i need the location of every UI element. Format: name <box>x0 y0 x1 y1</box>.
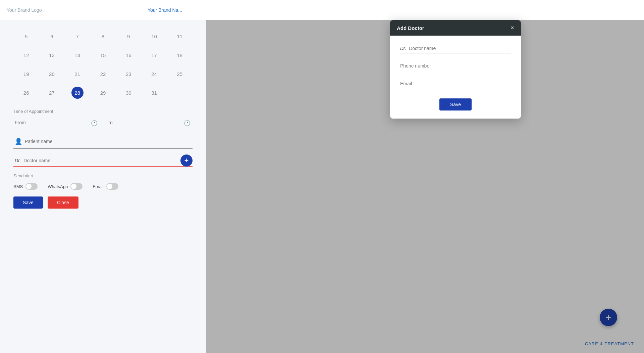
to-field: 🕐 <box>106 117 193 128</box>
time-row: 🕐 🕐 <box>13 117 193 128</box>
calendar-day[interactable]: 8 <box>90 27 116 46</box>
calendar-day[interactable]: 14 <box>65 46 90 64</box>
calendar-day[interactable]: 31 <box>141 83 167 102</box>
clock-icon-from: 🕐 <box>91 120 98 126</box>
calendar-day[interactable]: 11 <box>167 27 193 46</box>
calendar-day[interactable]: 29 <box>90 83 116 102</box>
calendar-day[interactable]: 15 <box>90 46 116 64</box>
right-panel: + CARE & TREATMENT Add Doctor × Dr. <box>206 20 644 353</box>
calendar-day[interactable]: 16 <box>116 46 141 64</box>
sms-toggle-group: SMS <box>13 183 38 190</box>
email-label: Email <box>93 184 104 189</box>
modal-body: Dr. <box>390 36 521 119</box>
patient-field: 👤 <box>13 135 193 148</box>
sms-toggle[interactable] <box>25 183 38 190</box>
modal-email-field <box>400 81 511 89</box>
whatsapp-label: WhatsApp <box>48 184 68 189</box>
from-field: 🕐 <box>13 117 100 128</box>
calendar-day[interactable]: 30 <box>116 83 141 102</box>
calendar-day[interactable]: 21 <box>65 64 90 83</box>
calendar-day[interactable]: 7 <box>65 27 90 46</box>
dr-label: Dr. <box>15 158 21 163</box>
modal-email-row <box>400 81 511 89</box>
brand-name: Your Brand Na... <box>148 7 182 13</box>
action-buttons: Save Close <box>13 196 193 209</box>
calendar-day <box>167 83 193 102</box>
calendar-day[interactable]: 25 <box>167 64 193 83</box>
calendar-day[interactable]: 26 <box>13 83 39 102</box>
calendar-day[interactable]: 19 <box>13 64 39 83</box>
doctor-name-input[interactable] <box>23 158 191 163</box>
calendar-day[interactable]: 12 <box>13 46 39 64</box>
calendar-day[interactable]: 9 <box>116 27 141 46</box>
modal-email-input[interactable] <box>400 81 511 86</box>
calendar-day[interactable]: 17 <box>141 46 167 64</box>
modal-title: Add Doctor <box>397 25 424 31</box>
close-button[interactable]: Close <box>48 196 78 209</box>
calendar-day[interactable]: 13 <box>39 46 64 64</box>
calendar-day[interactable]: 22 <box>90 64 116 83</box>
add-doctor-modal: Add Doctor × Dr. <box>390 20 521 119</box>
sms-label: SMS <box>13 184 23 189</box>
calendar-day[interactable]: 27 <box>39 83 64 102</box>
modal-overlay: Add Doctor × Dr. <box>206 20 644 353</box>
calendar-day[interactable]: 5 <box>13 27 39 46</box>
time-of-appointment-label: Time of Appointment <box>13 109 193 114</box>
save-button[interactable]: Save <box>13 196 43 209</box>
main-layout: 5678910111213141516171819202122232425262… <box>0 20 644 353</box>
modal-dr-label: Dr. <box>400 46 406 51</box>
modal-phone-input[interactable] <box>400 63 511 69</box>
send-alert-label: Send alert <box>13 173 193 178</box>
whatsapp-toggle[interactable] <box>70 183 83 190</box>
calendar-day[interactable]: 23 <box>116 64 141 83</box>
patient-name-input[interactable] <box>25 139 191 144</box>
modal-doctor-name-input[interactable] <box>409 46 511 51</box>
modal-header: Add Doctor × <box>390 20 521 36</box>
modal-phone-row <box>400 63 511 71</box>
header: Your Brand Logo Your Brand Na... <box>0 0 644 20</box>
from-input[interactable] <box>13 117 100 128</box>
modal-doctor-field: Dr. <box>400 46 511 53</box>
calendar-day[interactable]: 18 <box>167 46 193 64</box>
modal-doctor-row: Dr. <box>400 46 511 53</box>
doctor-field-row: Dr. + <box>13 155 193 167</box>
left-panel: 5678910111213141516171819202122232425262… <box>0 20 206 353</box>
to-input[interactable] <box>106 117 193 128</box>
add-doctor-button[interactable]: + <box>180 155 193 167</box>
calendar-day[interactable]: 10 <box>141 27 167 46</box>
clock-icon-to: 🕐 <box>184 120 191 126</box>
whatsapp-toggle-group: WhatsApp <box>48 183 83 190</box>
modal-phone-field <box>400 63 511 71</box>
brand-logo: Your Brand Logo <box>7 7 42 13</box>
alert-toggles: SMS WhatsApp Email <box>13 183 193 190</box>
calendar: 5678910111213141516171819202122232425262… <box>13 27 193 102</box>
modal-save-button[interactable]: Save <box>439 98 472 111</box>
modal-close-button[interactable]: × <box>511 25 514 31</box>
calendar-day[interactable]: 28 <box>65 83 90 102</box>
calendar-day[interactable]: 6 <box>39 27 64 46</box>
calendar-day[interactable]: 20 <box>39 64 64 83</box>
calendar-day[interactable]: 24 <box>141 64 167 83</box>
person-icon: 👤 <box>15 138 22 145</box>
email-toggle[interactable] <box>106 183 118 190</box>
email-toggle-group: Email <box>93 183 118 190</box>
